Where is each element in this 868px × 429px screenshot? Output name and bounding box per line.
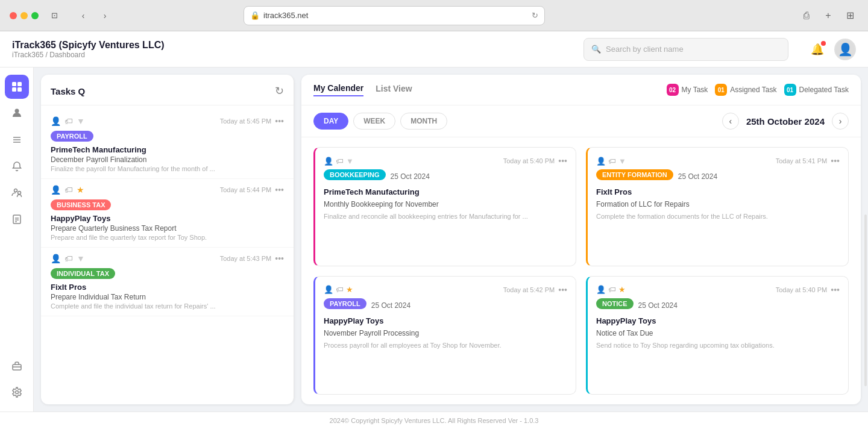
card-badge: BOOKKEEPING	[324, 169, 386, 180]
refresh-button[interactable]: ↻	[275, 84, 284, 98]
sidebar-item-dashboard[interactable]	[5, 75, 29, 99]
svg-point-4	[14, 109, 19, 113]
task-desc: Prepare and file the quarterly tax repor…	[51, 234, 284, 241]
grid-button[interactable]: ⊞	[841, 7, 858, 24]
minimize-button[interactable]	[20, 12, 28, 19]
header-actions: 🔔 👤	[808, 39, 856, 60]
share-button[interactable]: ⎙	[798, 7, 815, 24]
current-date: 25th October 2024	[746, 116, 825, 127]
task-badge-business-tax: BUSINESS TAX	[51, 199, 111, 210]
task-card-payroll: 👤 🏷 ★ Today at 5:42 PM ••• PAYROLL 25 Oc…	[313, 276, 576, 395]
card-meta: 👤 🏷 ▼ Today at 5:40 PM •••	[324, 156, 567, 166]
task-more-button[interactable]: •••	[275, 116, 284, 126]
person-icon: 👤	[51, 116, 61, 126]
sidebar-item-clients[interactable]	[5, 181, 29, 205]
card-desc: Finalize and reconcile all bookkeeping e…	[324, 212, 567, 221]
star-icon[interactable]: ▼	[77, 254, 85, 263]
card-desc: Complete the formation documents for the…	[596, 212, 840, 221]
svg-point-16	[15, 391, 18, 394]
sidebar-item-settings[interactable]	[5, 380, 29, 404]
task-client: PrimeTech Manufacturing	[51, 145, 284, 154]
back-button[interactable]: ‹	[75, 7, 92, 24]
card-badge-row: BOOKKEEPING 25 Oct 2024	[324, 169, 567, 184]
tag-icon: 🏷	[64, 185, 73, 195]
tasks-list: 👤 🏷 ▼ Today at 5:45 PM ••• PAYROLL Prime…	[41, 105, 294, 404]
url-bar-actions: ⎙ + ⊞	[798, 7, 858, 24]
card-meta: 👤 🏷 ▼ Today at 5:41 PM •••	[596, 156, 840, 166]
svg-rect-3	[17, 87, 22, 92]
breadcrumb: iTrack365 / Dashboard	[12, 51, 574, 59]
new-tab-button[interactable]: +	[820, 7, 837, 24]
card-more-button[interactable]: •••	[558, 156, 567, 166]
list-icon	[11, 134, 22, 145]
task-time: Today at 5:44 PM	[220, 186, 272, 193]
next-date-button[interactable]: ›	[832, 113, 849, 130]
task-more-button[interactable]: •••	[275, 254, 284, 263]
prev-date-button[interactable]: ‹	[722, 113, 739, 130]
card-date: 25 Oct 2024	[638, 301, 678, 310]
svg-rect-1	[17, 82, 22, 86]
sidebar-item-briefcase[interactable]	[5, 354, 29, 378]
task-client: HappyPlay Toys	[51, 214, 284, 223]
card-client: PrimeTech Manufacturing	[324, 187, 567, 196]
task-item-business-tax: 👤 🏷 ★ Today at 5:44 PM ••• BUSINESS TAX …	[41, 179, 294, 248]
sidebar-item-tasks[interactable]	[5, 128, 29, 152]
app-footer: 2024© Copyright Spicyfy Ventures LLC. Al…	[0, 412, 868, 429]
task-subject: Prepare Quarterly Business Tax Report	[51, 224, 284, 233]
briefcase-icon	[11, 360, 22, 371]
my-task-label: My Task	[682, 86, 708, 94]
task-more-button[interactable]: •••	[275, 185, 284, 195]
task-card-entity-formation: 👤 🏷 ▼ Today at 5:41 PM ••• ENTITY FORMAT…	[586, 147, 849, 266]
task-subject: December Payroll Finalization	[51, 155, 284, 164]
cards-grid: 👤 🏷 ▼ Today at 5:40 PM ••• BOOKKEEPING 2…	[301, 137, 861, 404]
card-subject: November Payroll Processing	[324, 329, 567, 337]
reload-icon[interactable]: ↻	[532, 11, 538, 20]
card-time: Today at 5:40 PM	[503, 157, 555, 164]
tab-my-calendar[interactable]: My Calender	[313, 83, 363, 96]
close-button[interactable]	[10, 12, 17, 19]
card-badge: ENTITY FORMATION	[596, 169, 673, 180]
card-time: Today at 5:41 PM	[776, 157, 828, 164]
card-more-button[interactable]: •••	[558, 285, 567, 295]
search-icon: 🔍	[591, 45, 601, 54]
person-icon: 👤	[596, 157, 606, 166]
task-item-individual-tax: 👤 🏷 ▼ Today at 5:43 PM ••• INDIVIDUAL TA…	[41, 248, 294, 316]
tasks-panel: Tasks Q ↻ 👤 🏷 ▼ Today at 5:45 PM ••• PAY…	[41, 75, 294, 404]
card-desc: Send notice to Toy Shop regarding upcomi…	[596, 341, 840, 350]
search-bar[interactable]: 🔍 Search by client name	[583, 38, 788, 61]
sidebar-toggle[interactable]: ⊡	[46, 7, 63, 24]
bell-nav-icon	[11, 161, 22, 172]
star-icon[interactable]: ★	[77, 185, 84, 195]
star-icon[interactable]: ▼	[618, 157, 626, 166]
maximize-button[interactable]	[31, 12, 39, 19]
card-time: Today at 5:42 PM	[503, 286, 555, 293]
tasks-header: Tasks Q ↻	[41, 75, 294, 105]
star-icon[interactable]: ▼	[77, 116, 85, 126]
card-more-button[interactable]: •••	[831, 156, 840, 166]
sidebar-item-notifications[interactable]	[5, 154, 29, 178]
notification-button[interactable]: 🔔	[808, 40, 827, 59]
card-more-button[interactable]: •••	[831, 285, 840, 295]
delegated-task-label: Delegated Task	[799, 86, 849, 94]
task-meta: 👤 🏷 ★ Today at 5:44 PM •••	[51, 185, 284, 195]
tab-list-view[interactable]: List View	[376, 84, 412, 96]
star-icon[interactable]: ★	[346, 285, 353, 294]
tag-icon: 🏷	[64, 116, 73, 126]
sidebar-item-documents[interactable]	[5, 207, 29, 231]
avatar[interactable]: 👤	[834, 39, 856, 60]
card-time: Today at 5:40 PM	[776, 286, 828, 293]
task-time: Today at 5:43 PM	[220, 255, 272, 262]
star-icon[interactable]: ★	[618, 285, 626, 294]
person-icon: 👤	[324, 157, 333, 166]
month-view-button[interactable]: MONTH	[400, 113, 447, 130]
task-time: Today at 5:45 PM	[220, 117, 272, 125]
sidebar-item-users[interactable]	[5, 101, 29, 125]
task-client: FixIt Pros	[51, 283, 284, 292]
star-icon[interactable]: ▼	[346, 157, 354, 166]
week-view-button[interactable]: WEEK	[353, 113, 395, 130]
url-bar[interactable]: 🔒 itrack365.net ↻	[244, 6, 545, 25]
day-view-button[interactable]: DAY	[313, 113, 348, 130]
forward-button[interactable]: ›	[96, 7, 113, 24]
card-date: 25 Oct 2024	[678, 172, 717, 181]
my-task-badge: 02	[667, 84, 679, 96]
